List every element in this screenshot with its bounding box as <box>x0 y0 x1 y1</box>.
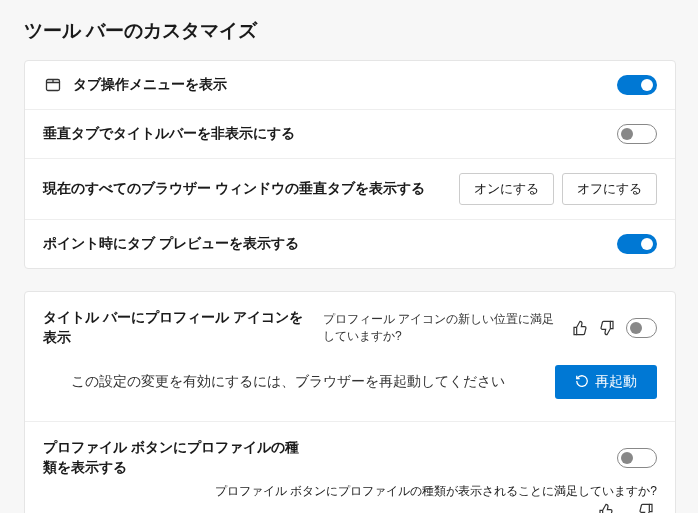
row-label: 垂直タブでタイトルバーを非表示にする <box>43 125 617 143</box>
turn-off-button[interactable]: オフにする <box>562 173 657 205</box>
row-label: 現在のすべてのブラウザー ウィンドウの垂直タブを表示する <box>43 180 459 198</box>
thumbs-up-icon[interactable] <box>572 317 589 339</box>
row-label: プロファイル ボタンにプロファイルの種類を表示する <box>43 438 303 477</box>
restart-button[interactable]: 再起動 <box>555 365 657 399</box>
row-tab-action-menu: タブ操作メニューを表示 <box>25 61 675 110</box>
toggle-tab-action-menu[interactable] <box>617 75 657 95</box>
refresh-icon <box>575 374 589 391</box>
toggle-profile-type[interactable] <box>617 448 657 468</box>
row-profile-type: プロファイル ボタンにプロファイルの種類を表示する <box>25 422 675 485</box>
thumbs-up-icon[interactable] <box>595 500 617 513</box>
toggle-tab-preview[interactable] <box>617 234 657 254</box>
feedback-question: プロファイル ボタンにプロファイルの種類が表示されることに満足していますか? <box>25 483 675 500</box>
toggle-profile-icon[interactable] <box>626 318 657 338</box>
page-title: ツール バーのカスタマイズ <box>24 18 676 44</box>
feedback-question: プロフィール アイコンの新しい位置に満足していますか? <box>323 311 562 345</box>
row-label: タブ操作メニューを表示 <box>73 76 617 94</box>
thumbs-down-icon[interactable] <box>599 317 616 339</box>
row-all-windows-vtabs: 現在のすべてのブラウザー ウィンドウの垂直タブを表示する オンにする オフにする <box>25 159 675 220</box>
turn-on-button[interactable]: オンにする <box>459 173 554 205</box>
thumbs-down-icon[interactable] <box>635 500 657 513</box>
restart-button-label: 再起動 <box>595 373 637 391</box>
row-label: タイトル バーにプロフィール アイコンを表示 <box>43 308 303 347</box>
row-label: ポイント時にタブ プレビューを表示する <box>43 235 617 253</box>
profile-settings-card: タイトル バーにプロフィール アイコンを表示 プロフィール アイコンの新しい位置… <box>24 291 676 513</box>
restart-message: この設定の変更を有効にするには、ブラウザーを再起動してください <box>71 373 541 391</box>
toolbar-settings-card: タブ操作メニューを表示 垂直タブでタイトルバーを非表示にする 現在のすべてのブラ… <box>24 60 676 269</box>
row-profile-icon: タイトル バーにプロフィール アイコンを表示 プロフィール アイコンの新しい位置… <box>25 292 675 355</box>
row-hide-titlebar: 垂直タブでタイトルバーを非表示にする <box>25 110 675 159</box>
tab-icon <box>43 76 63 94</box>
row-tab-preview: ポイント時にタブ プレビューを表示する <box>25 220 675 268</box>
restart-notice: この設定の変更を有効にするには、ブラウザーを再起動してください 再起動 <box>25 355 675 417</box>
toggle-hide-titlebar[interactable] <box>617 124 657 144</box>
